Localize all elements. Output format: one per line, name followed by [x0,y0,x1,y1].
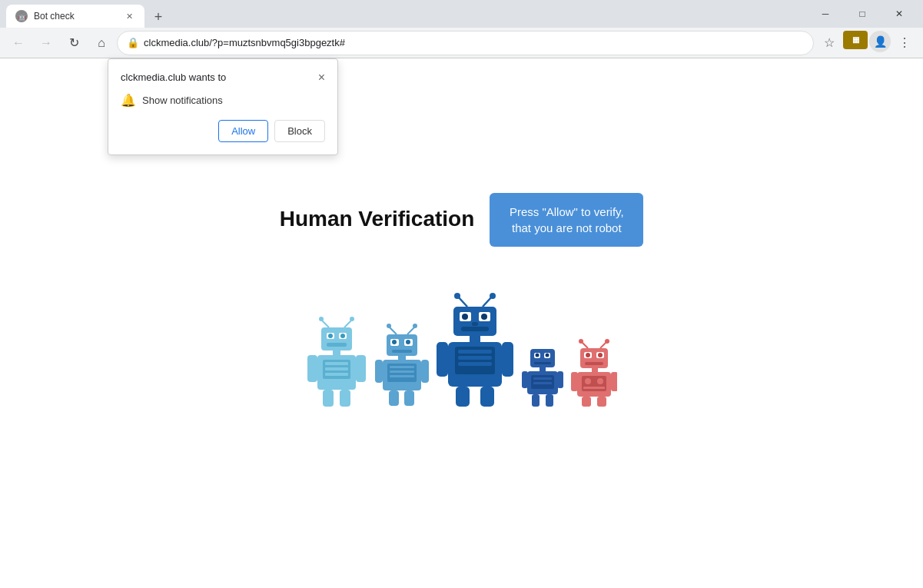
svg-rect-51 [461,327,489,331]
address-text: clckmedia.club/?p=muztsnbvmq5gi3bpgeztk# [144,37,804,48]
svg-rect-87 [585,362,603,365]
svg-point-23 [387,324,391,328]
svg-rect-12 [333,350,340,355]
svg-rect-60 [502,342,513,377]
notification-popup: clckmedia.club wants to × 🔔 Show notific… [108,58,338,155]
svg-rect-6 [321,327,352,350]
tab-title: Bot check [34,11,117,22]
nav-bar: ← → ↻ ⌂ 🔒 clckmedia.club/?p=muztsnbvmq5g… [0,28,923,58]
svg-rect-38 [375,360,383,383]
tab-close-button[interactable]: ✕ [123,10,135,22]
back-button[interactable]: ← [6,31,31,55]
svg-line-80 [600,342,606,348]
verification-top: Human Verification Press "Allow" to veri… [280,193,644,247]
popup-description: Show notifications [142,95,223,106]
home-button[interactable]: ⌂ [89,31,114,55]
svg-point-86 [598,353,603,357]
svg-rect-19 [356,355,366,382]
block-button[interactable]: Block [274,120,325,142]
svg-rect-56 [458,350,492,354]
address-bar[interactable]: 🔒 clckmedia.club/?p=muztsnbvmq5gi3bpgezt… [117,31,814,55]
title-bar: 🤖 Bot check ✕ + ─ □ ✕ [0,0,923,28]
nav-actions: ☆ ▦ 👤 ⋮ [817,31,917,55]
svg-point-79 [579,339,583,344]
svg-point-91 [585,378,591,384]
svg-rect-58 [458,362,492,366]
svg-rect-17 [325,373,348,376]
svg-point-92 [597,378,603,384]
svg-rect-74 [522,371,528,388]
new-tab-button[interactable]: + [148,6,169,28]
robot-5 [571,339,617,408]
svg-line-78 [582,342,588,348]
svg-rect-93 [583,387,605,389]
extensions-button[interactable]: ▦ [843,31,868,49]
verification-title: Human Verification [280,205,475,233]
svg-rect-88 [592,368,598,372]
reload-button[interactable]: ↻ [61,31,86,55]
svg-rect-16 [325,367,348,370]
robot-3 [437,293,513,408]
svg-point-66 [536,353,540,357]
svg-rect-15 [325,362,348,365]
allow-button[interactable]: Allow [218,120,268,142]
svg-point-43 [454,293,460,299]
svg-rect-97 [597,397,606,407]
svg-point-30 [406,340,410,344]
maximize-button[interactable]: □ [845,2,880,26]
forward-button[interactable]: → [34,31,58,55]
svg-rect-63 [530,349,555,367]
tab-favicon: 🤖 [15,10,28,22]
window-controls: ─ □ ✕ [808,2,917,26]
close-button[interactable]: ✕ [881,2,917,26]
svg-rect-68 [534,362,551,364]
svg-point-29 [392,340,397,344]
svg-point-67 [546,353,549,357]
popup-actions: Allow Block [121,120,325,142]
svg-rect-40 [389,390,399,406]
svg-rect-41 [404,390,414,406]
minimize-button[interactable]: ─ [808,2,843,26]
svg-rect-82 [580,348,608,368]
bookmark-button[interactable]: ☆ [817,31,842,55]
menu-button[interactable]: ⋮ [892,31,917,55]
svg-point-50 [481,314,487,320]
svg-rect-96 [582,397,591,407]
svg-point-3 [319,317,324,321]
bell-icon: 🔔 [121,93,136,108]
svg-rect-53 [470,336,480,342]
popup-content: 🔔 Show notifications [121,93,325,108]
svg-point-9 [328,334,333,338]
svg-rect-39 [421,360,429,383]
svg-rect-32 [398,356,406,360]
svg-point-5 [350,317,354,321]
svg-point-85 [586,353,590,357]
svg-rect-31 [392,350,412,353]
popup-header: clckmedia.club wants to × [121,71,325,84]
svg-rect-73 [533,382,552,384]
svg-rect-69 [540,367,546,371]
profile-button[interactable]: 👤 [869,31,891,52]
popup-title: clckmedia.club wants to [121,71,226,83]
browser-chrome: 🤖 Bot check ✕ + ─ □ ✕ ← → ↻ ⌂ 🔒 clckmedi… [0,0,923,58]
robot-2 [375,324,429,408]
verification-section: Human Verification Press "Allow" to veri… [280,193,644,408]
verification-button[interactable]: Press "Allow" to verify, that you are no… [490,193,643,247]
svg-rect-94 [571,372,578,391]
svg-point-10 [340,334,345,338]
svg-rect-20 [323,390,334,407]
popup-close-button[interactable]: × [318,71,325,84]
active-tab[interactable]: 🤖 Bot check ✕ [6,5,144,28]
robot-1 [306,316,367,408]
svg-rect-37 [390,375,414,377]
svg-rect-57 [458,356,492,360]
svg-point-81 [605,339,609,344]
svg-point-25 [413,324,417,328]
svg-text:🤖: 🤖 [18,12,27,22]
svg-rect-18 [307,355,317,382]
svg-rect-95 [611,372,617,391]
svg-rect-35 [390,366,414,368]
svg-rect-61 [456,387,470,407]
svg-rect-77 [546,394,553,407]
robots-section [306,293,617,408]
